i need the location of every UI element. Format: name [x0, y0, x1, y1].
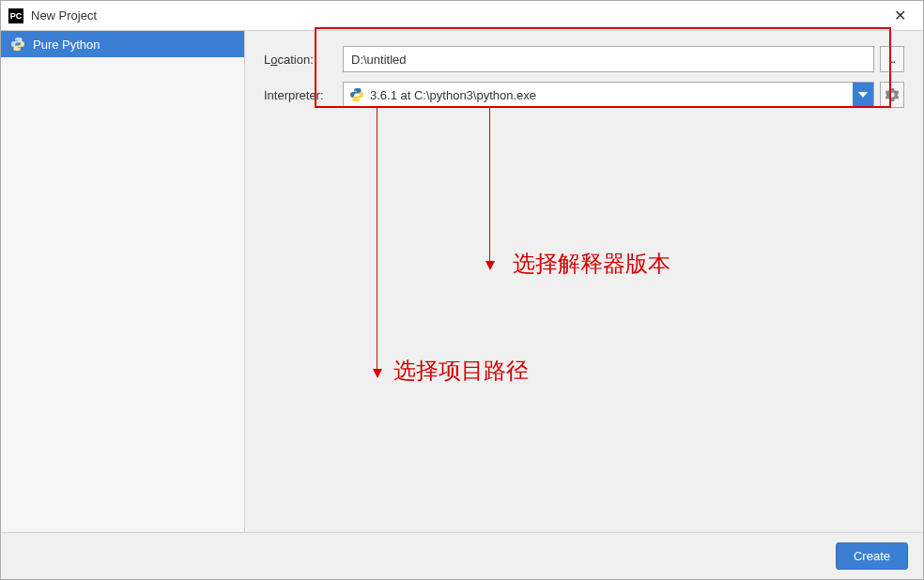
interpreter-row: Interpreter: 3.6.1 at C:\python3\python.… — [264, 82, 904, 108]
python-icon — [10, 37, 25, 52]
close-button[interactable]: ✕ — [885, 3, 916, 28]
location-input[interactable] — [343, 46, 874, 72]
location-row: Location: ... — [264, 46, 904, 72]
interpreter-settings-button[interactable] — [880, 82, 904, 108]
app-icon: PC — [8, 8, 23, 23]
annotation-arrow-line — [489, 108, 490, 263]
annotation-path-text: 选择项目路径 — [393, 356, 529, 386]
dialog-footer: Create — [1, 532, 923, 579]
annotation-interpreter-text: 选择解释器版本 — [513, 249, 670, 279]
interpreter-value: 3.6.1 at C:\python3\python.exe — [370, 88, 853, 102]
gear-icon — [886, 88, 899, 101]
location-label: Location: — [264, 53, 343, 67]
annotation-arrowhead — [485, 261, 495, 270]
sidebar-item-pure-python[interactable]: Pure Python — [1, 31, 244, 57]
dialog-window: PC New Project ✕ Pure Python Location: — [0, 0, 924, 580]
interpreter-combobox[interactable]: 3.6.1 at C:\python3\python.exe — [343, 82, 874, 108]
window-title: New Project — [31, 8, 885, 23]
annotation-arrow-line — [377, 108, 377, 371]
main-panel: Location: ... Interpreter: 3.6.1 at C:\p… — [245, 31, 923, 532]
interpreter-label: Interpreter: — [264, 88, 343, 102]
browse-button[interactable]: ... — [880, 46, 904, 72]
chevron-down-icon — [853, 83, 873, 107]
project-type-sidebar: Pure Python — [1, 31, 245, 532]
create-button[interactable]: Create — [836, 542, 908, 570]
dialog-body: Pure Python Location: ... Interpreter: — [1, 31, 923, 532]
titlebar: PC New Project ✕ — [1, 1, 923, 31]
annotation-arrowhead — [373, 369, 382, 378]
python-icon — [349, 87, 364, 102]
sidebar-item-label: Pure Python — [33, 38, 100, 52]
